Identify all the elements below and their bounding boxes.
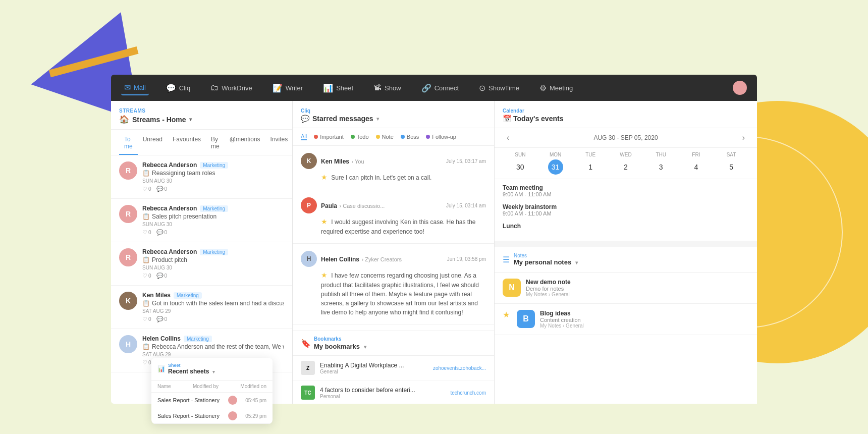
stream-content-1: Rebecca Anderson Marketing 📋 Reassigning… xyxy=(142,161,284,192)
sheet-row-name-2: Sales Report - Stationery xyxy=(157,413,220,419)
stream-sender-3: Rebecca Anderson Marketing xyxy=(142,248,284,255)
stream-sender-5: Helen Collins Marketing xyxy=(142,335,284,342)
filter-tab-todo[interactable]: Todo xyxy=(351,133,369,140)
nav-item-connect[interactable]: 🔗 Connect xyxy=(418,81,462,95)
stream-date-5: SAT AUG 29 xyxy=(142,352,284,357)
streams-tab-byme[interactable]: By me xyxy=(206,134,225,155)
msg-time-1: July 15, 03:17 am xyxy=(446,158,486,164)
nav-item-showtime[interactable]: ⊙ ShowTime xyxy=(476,81,522,95)
notes-section-label: Notes xyxy=(514,253,578,258)
bookmarks-label: Bookmarks xyxy=(314,336,366,342)
bookmark-item-2[interactable]: TC 4 factors to consider before enteri..… xyxy=(293,381,494,404)
msg-item-1[interactable]: K Ken Miles › You July 15, 03:17 am ★ Su… xyxy=(293,146,494,190)
stream-item-4[interactable]: K Ken Miles Marketing 📋 Got in touch wit… xyxy=(111,286,292,329)
msg-item-3[interactable]: H Helen Collins › Zyker Creators Jun 19,… xyxy=(293,244,494,324)
filter-tab-follow-up[interactable]: Follow-up xyxy=(426,133,456,140)
cliq-panel: Cliq 💬 Starred messages ▾ All Important … xyxy=(293,101,495,404)
note-content-2: Blog ideas Content creation My Notes › G… xyxy=(540,310,749,329)
streams-tab-tome[interactable]: To me xyxy=(119,134,138,155)
streams-tab-unread[interactable]: Unread xyxy=(138,134,168,155)
notes-dropdown-icon[interactable]: ▾ xyxy=(575,260,578,265)
sheet-row-1[interactable]: Sales Report - Stationery 05:45 pm xyxy=(151,393,273,408)
bm-content-1: Enabling A Digital Workplace ... General xyxy=(320,362,428,374)
stream-content-2: Rebecca Anderson Marketing 📋 Sales pitch… xyxy=(142,205,284,236)
nav-label-meeting: Meeting xyxy=(550,84,573,92)
bookmarks-title: My bookmarks ▾ xyxy=(314,343,366,350)
boss-dot xyxy=(401,135,405,139)
filter-tab-note[interactable]: Note xyxy=(376,133,394,140)
todo-dot xyxy=(351,135,355,139)
stream-subject-2: 📋 Sales pitch presentation xyxy=(142,213,284,220)
streams-title-row: 🏠 Streams - Home ▾ xyxy=(119,115,284,124)
showtime-icon: ⊙ xyxy=(479,83,485,93)
nav-item-sheet[interactable]: 📊 Sheet xyxy=(320,81,356,95)
stream-meta-2: ♡ 0 💬 0 xyxy=(142,229,284,236)
bm-link-1[interactable]: zohoevents.zohoback... xyxy=(433,365,486,371)
cal-event-3[interactable]: Lunch xyxy=(503,223,749,230)
calendar-prev-button[interactable]: ‹ xyxy=(503,133,513,142)
filter-tab-important[interactable]: Important xyxy=(314,133,343,140)
stream-item-1[interactable]: R Rebecca Anderson Marketing 📋 Reassigni… xyxy=(111,155,292,199)
cliq-dropdown-icon[interactable]: ▾ xyxy=(376,116,379,122)
filter-tab-all[interactable]: All xyxy=(301,133,307,140)
calendar-next-button[interactable]: › xyxy=(738,133,749,142)
stream-item-2[interactable]: R Rebecca Anderson Marketing 📋 Sales pit… xyxy=(111,199,292,242)
stream-comments-4: 💬 0 xyxy=(156,316,168,322)
filter-tab-boss[interactable]: Boss xyxy=(401,133,419,140)
stream-likes-2: ♡ 0 xyxy=(142,229,151,236)
streams-title-dropdown-icon[interactable]: ▾ xyxy=(189,117,192,122)
nav-item-meeting[interactable]: ⚙ Meeting xyxy=(536,81,576,95)
nav-item-writer[interactable]: 📝 Writer xyxy=(269,81,306,95)
note-item-1[interactable]: N New demo note Demo for notes My Notes … xyxy=(495,273,757,304)
nav-item-mail[interactable]: ✉ Mail xyxy=(121,81,149,95)
stream-date-3: SUN AUG 30 xyxy=(142,265,284,270)
notes-icon: ☰ xyxy=(503,255,510,264)
msg-avatar-3: H xyxy=(301,251,317,267)
meeting-icon: ⚙ xyxy=(539,83,547,93)
stream-item-3[interactable]: R Rebecca Anderson Marketing 📋 Product p… xyxy=(111,242,292,286)
sheet-row-time-1: 05:45 pm xyxy=(245,398,266,403)
sheet-dropdown-icon[interactable]: ▾ xyxy=(212,369,215,374)
calendar-week-nav: ‹ AUG 30 - SEP 05, 2020 › xyxy=(495,128,757,148)
cliq-section-label: Cliq xyxy=(301,108,486,114)
sheet-col-modified-on: Modified on xyxy=(240,384,266,389)
bm-name-1: Enabling A Digital Workplace ... xyxy=(320,362,428,369)
msg-header-1: K Ken Miles › You July 15, 03:17 am xyxy=(301,153,486,169)
cal-event-2[interactable]: Weekly brainstorm 9:00 AM - 11:00 AM xyxy=(503,203,749,216)
stream-avatar-3: R xyxy=(119,248,137,266)
stream-content-3: Rebecca Anderson Marketing 📋 Product pit… xyxy=(142,248,284,279)
stream-likes-3: ♡ 0 xyxy=(142,273,151,279)
cliq-filter-tabs: All Important Todo Note Boss Follow-up xyxy=(293,128,494,146)
bm-link-2[interactable]: techcrunch.com xyxy=(450,390,486,396)
nav-item-workdrive[interactable]: 🗂 WorkDrive xyxy=(207,81,255,94)
stream-comments-3: 💬 0 xyxy=(156,273,168,279)
nav-item-show[interactable]: 📽 Show xyxy=(370,81,404,94)
streams-tab-mentions[interactable]: @mentions xyxy=(225,134,265,155)
msg-star-2: ★ xyxy=(321,218,328,226)
sheet-row-2[interactable]: Sales Report - Stationery 05:29 pm xyxy=(151,408,273,424)
stream-sender-4: Ken Miles Marketing xyxy=(142,292,284,299)
notes-card: ☰ Notes My personal notes ▾ N New demo n… xyxy=(495,247,757,404)
calendar-days: SUN 30 MON 31 TUE 1 WED 2 THU 3 xyxy=(495,148,757,179)
msg-item-2[interactable]: P Paula › Case discussio... July 15, 03:… xyxy=(293,190,494,244)
msg-text-3: ★ I have few concerns regarding choosing… xyxy=(301,270,486,317)
streams-tab-favourites[interactable]: Favourites xyxy=(168,134,206,155)
sheet-card-header: 📊 Sheet Recent sheets ▾ xyxy=(151,358,273,381)
stream-sender-name-5: Helen Collins xyxy=(142,335,181,342)
note-item-2[interactable]: ★ B Blog ideas Content creation My Notes… xyxy=(495,304,757,335)
calendar-card: Calendar 📅 Today's events ‹ AUG 30 - SEP… xyxy=(495,101,757,241)
bookmark-item-1[interactable]: Z Enabling A Digital Workplace ... Gener… xyxy=(293,356,494,381)
nav-item-cliq[interactable]: 💬 Cliq xyxy=(163,81,193,95)
cal-day-fri: FRI 4 xyxy=(688,152,703,175)
msg-sender-1: Ken Miles › You xyxy=(321,156,364,166)
sheet-card-label: Sheet xyxy=(168,363,215,368)
nav-label-show: Show xyxy=(385,84,401,92)
streams-tab-invites[interactable]: Invites xyxy=(265,134,293,155)
user-avatar[interactable] xyxy=(733,81,747,95)
bookmarks-dropdown-icon[interactable]: ▾ xyxy=(364,344,366,350)
msg-time-2: July 15, 03:14 am xyxy=(446,203,486,208)
stream-comments-1: 💬 0 xyxy=(156,186,168,192)
cal-event-1[interactable]: Team meeting 9:00 AM - 11:00 AM xyxy=(503,184,749,197)
streams-header: Streams 🏠 Streams - Home ▾ xyxy=(111,101,292,130)
stream-sender-name-3: Rebecca Anderson xyxy=(142,248,197,255)
